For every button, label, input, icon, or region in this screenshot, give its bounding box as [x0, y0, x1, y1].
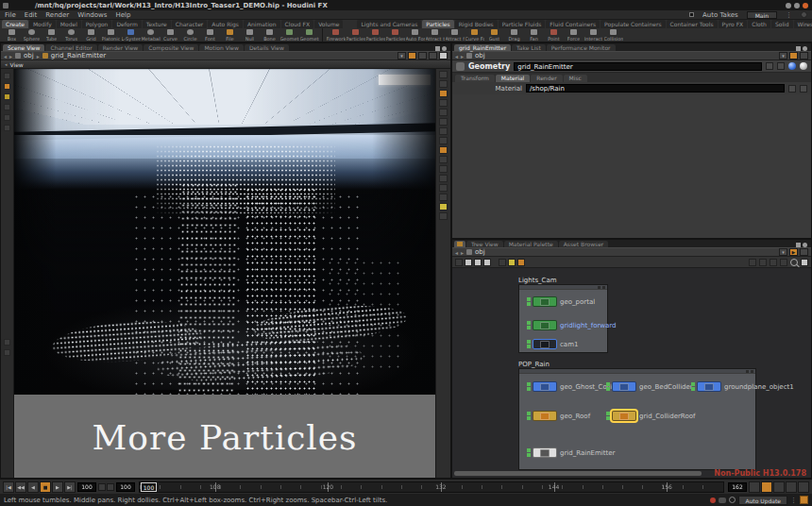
connector-mode-icon[interactable]: [455, 259, 463, 266]
play-forward-button[interactable]: ▶: [52, 481, 63, 493]
shelf-tab-cloth[interactable]: Cloth: [748, 20, 770, 28]
select-tool-icon[interactable]: [4, 83, 10, 90]
shelf-tab-auto-rigs[interactable]: Auto Rigs: [208, 20, 243, 28]
pane-maximize-icon[interactable]: [796, 243, 801, 247]
badge-toggle-icon[interactable]: [499, 259, 506, 266]
playhead-marker[interactable]: 100: [141, 482, 157, 492]
view-label[interactable]: View: [10, 61, 24, 68]
view-tool-icon[interactable]: [4, 73, 10, 79]
step-back-button[interactable]: ◀◀: [15, 481, 26, 493]
shelf-tab-model[interactable]: Model: [57, 20, 81, 28]
tool-attract-from[interactable]: Attract fro: [445, 29, 465, 42]
netbox-title[interactable]: Lights_Cam: [518, 277, 557, 284]
shelf-tab-rigid-bodies[interactable]: Rigid Bodies: [455, 20, 498, 28]
tool-curve-force[interactable]: Curve Force: [465, 29, 484, 42]
tab-material-palette[interactable]: Material Palette: [504, 241, 558, 247]
parm-path-root[interactable]: obj: [475, 52, 485, 59]
tool-auto-force[interactable]: Auto Force: [405, 29, 425, 42]
lighting-icon[interactable]: [439, 90, 448, 97]
display-options-icon[interactable]: [4, 349, 10, 356]
color-palette-icon[interactable]: [508, 259, 516, 266]
tool-font[interactable]: Font: [200, 29, 220, 42]
cache-manager-icon[interactable]: [800, 496, 808, 504]
tool-attract-to[interactable]: Attract to: [425, 29, 445, 42]
material-chooser-icon[interactable]: [788, 85, 796, 93]
render-icon[interactable]: [439, 52, 448, 59]
menu-edit[interactable]: Edit: [25, 11, 38, 19]
node-flags[interactable]: [606, 382, 610, 391]
node-geo-roof[interactable]: geo_Roof: [527, 411, 590, 421]
visibility-icon[interactable]: [439, 156, 448, 163]
node-body[interactable]: [533, 381, 557, 392]
tab-take-list[interactable]: Take List: [512, 44, 546, 51]
netbox-titlebar[interactable]: [519, 285, 607, 290]
tool-sphere[interactable]: Sphere: [22, 29, 42, 42]
folder-tab-material[interactable]: Material: [496, 75, 530, 82]
net-gear-icon[interactable]: [800, 248, 808, 256]
parm-presets-icon[interactable]: [777, 62, 785, 70]
display-mode-3-icon[interactable]: [483, 259, 491, 266]
tab-details-view[interactable]: Details View: [245, 44, 289, 51]
tab-render-view[interactable]: Render View: [98, 44, 144, 51]
folder-tab-transform[interactable]: Transform: [455, 75, 495, 82]
shelf-tab-create[interactable]: Create: [2, 20, 28, 28]
tool-lsystem[interactable]: L-System: [121, 29, 141, 42]
node-body[interactable]: [697, 381, 721, 392]
node-flags[interactable]: [527, 321, 531, 329]
frame-icon[interactable]: [439, 109, 448, 116]
shelf-tab-solid[interactable]: Solid: [771, 20, 793, 28]
path-back-icon[interactable]: ◂: [455, 53, 458, 59]
update-menu-dots-icon[interactable]: ⋮: [790, 497, 797, 504]
net-dropdown-icon[interactable]: ▾: [779, 248, 787, 256]
tool-collision-detect[interactable]: Collision D: [603, 29, 623, 42]
tool-metaball[interactable]: Metaball: [141, 29, 161, 42]
snap-grid-icon[interactable]: [4, 339, 10, 346]
node-body[interactable]: [533, 411, 557, 421]
timeline-ruler[interactable]: 108 120 132 144 156 100: [139, 481, 724, 493]
shelf-tab-texture[interactable]: Texture: [143, 20, 171, 28]
tool-point[interactable]: Point: [544, 29, 564, 42]
range-end-field[interactable]: 162: [728, 482, 747, 492]
pane-maximize-icon[interactable]: [796, 46, 801, 51]
path-root[interactable]: obj: [24, 52, 34, 59]
node-grid-rainemitter[interactable]: grid_RainEmitter: [527, 447, 615, 458]
select-points-icon[interactable]: [439, 127, 448, 135]
shelf-tab-fluid-containers[interactable]: Fluid Containers: [546, 20, 600, 28]
path-back-icon[interactable]: ◂: [455, 249, 458, 256]
parm-gear-icon[interactable]: [800, 52, 808, 59]
tab-composite-view[interactable]: Composite View: [144, 44, 198, 51]
shelf-tab-cloud-fx[interactable]: Cloud FX: [281, 20, 314, 28]
node-flags[interactable]: [527, 412, 531, 420]
netbox-lights-cam[interactable]: geo_portal gridlight_forward cam1: [518, 284, 608, 353]
rotate-tool-icon[interactable]: [4, 104, 10, 110]
group-select-icon[interactable]: [439, 146, 448, 154]
snap-icon[interactable]: [429, 52, 437, 59]
tool-null[interactable]: Null: [240, 29, 260, 42]
tool-geometry-2[interactable]: Geometry: [299, 29, 319, 42]
shelf-tab-animation[interactable]: Animation: [244, 20, 280, 28]
netbox-title[interactable]: POP_Rain: [518, 361, 550, 368]
frame-all-icon[interactable]: [780, 259, 787, 266]
shelf-tab-container-tools[interactable]: Container Tools: [667, 20, 718, 28]
material-menu-icon[interactable]: [800, 85, 807, 93]
overview-map-icon[interactable]: [801, 259, 808, 266]
node-flags[interactable]: [527, 382, 531, 391]
shelf-tab-modify[interactable]: Modify: [29, 20, 56, 28]
node-body[interactable]: [612, 381, 636, 392]
parm-dropdown-icon[interactable]: ▾: [779, 52, 787, 59]
node-body[interactable]: [533, 339, 557, 349]
auto-update-selector[interactable]: Auto Update: [738, 496, 787, 505]
node-flags[interactable]: [606, 412, 610, 420]
tool-curve[interactable]: Curve: [161, 29, 180, 42]
select-geometry-icon[interactable]: [439, 118, 448, 126]
menu-render[interactable]: Render: [45, 11, 69, 19]
shelf-tab-volume[interactable]: Volume: [314, 20, 343, 28]
take-selector[interactable]: Main: [747, 11, 777, 19]
node-body[interactable]: [533, 296, 557, 307]
shaded-ball-icon[interactable]: [788, 62, 796, 70]
maximize-button[interactable]: [794, 3, 800, 8]
tool-circle[interactable]: Circle: [180, 29, 200, 42]
node-flags[interactable]: [527, 448, 531, 457]
tool-particles-2[interactable]: Particles fr: [365, 29, 385, 42]
shelf-tab-pyro-fx[interactable]: Pyro FX: [719, 20, 748, 28]
